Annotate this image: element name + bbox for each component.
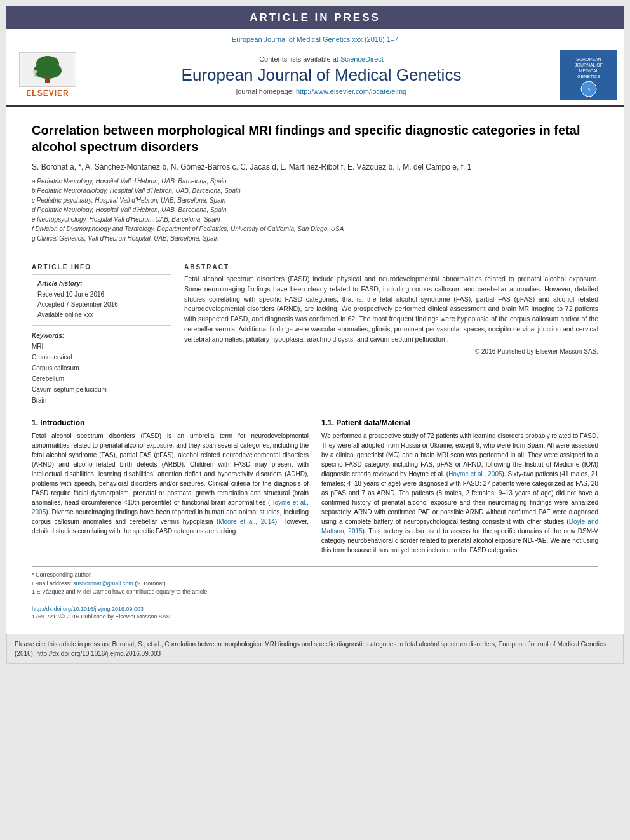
affiliation-6: f Division of Dysmorphology and Teratolo… (32, 224, 598, 234)
article-info-label: ARTICLE INFO (32, 263, 171, 270)
homepage-url[interactable]: http://www.elsevier.com/locate/ejmg (296, 88, 406, 95)
authors-text: S. Boronat a, *, A. Sánchez-Montañez b, … (32, 163, 471, 171)
keyword-4: Cerebellum (32, 373, 171, 384)
authors-line: S. Boronat a, *, A. Sánchez-Montañez b, … (32, 161, 598, 173)
article-history-label: Article history: (37, 280, 166, 287)
patient-data-heading: 1.1. Patient data/Material (321, 418, 598, 427)
email-link[interactable]: susboronat@gmail.com (73, 580, 133, 587)
banner-text: ARTICLE IN PRESS (250, 11, 380, 23)
svg-text:⚕: ⚕ (587, 86, 591, 93)
svg-text:JOURNAL OF: JOURNAL OF (575, 63, 603, 67)
sciencedirect-link[interactable]: ScienceDirect (340, 55, 384, 63)
keyword-5: Cavum septum pellucidum (32, 384, 171, 395)
svg-rect-3 (45, 77, 50, 83)
affiliation-7: g Clinical Genetics, Vall d'Hebron Hospi… (32, 234, 598, 243)
intro-body: Fetal alcohol spectrum disorders (FASD) … (32, 431, 309, 536)
footnote-section: * Corresponding author. E-mail address: … (32, 566, 598, 597)
intro-heading: 1. Introduction (32, 418, 309, 427)
journal-header: European Journal of Medical Genetics xxx… (6, 29, 624, 107)
elsevier-tree-image (19, 52, 76, 87)
svg-text:MEDICAL: MEDICAL (579, 69, 598, 73)
svg-text:GENETICS: GENETICS (577, 74, 600, 79)
article-info-box: Article history: Received 10 June 2016 A… (32, 274, 171, 326)
keyword-1: MRI (32, 341, 171, 352)
contents-available: Contents lists available at ScienceDirec… (83, 55, 560, 63)
svg-point-2 (34, 62, 62, 79)
doi-link[interactable]: http://dx.doi.org/10.1016/j.ejmg.2016.09… (32, 606, 144, 612)
patient-text-3: ). This battery is also used to assess f… (321, 528, 598, 554)
doi-section: http://dx.doi.org/10.1016/j.ejmg.2016.09… (32, 602, 598, 620)
svg-rect-5 (34, 74, 36, 77)
page: ARTICLE IN PRESS European Journal of Med… (6, 6, 624, 664)
article-in-press-banner: ARTICLE IN PRESS (6, 6, 624, 29)
article-info-column: ARTICLE INFO Article history: Received 1… (32, 263, 171, 406)
intro-text-1: Fetal alcohol spectrum disorders (FASD) … (32, 432, 309, 506)
contributor-note: 1 E Vázquez and M del Campo have contrib… (32, 588, 598, 597)
keywords-label: Keywords: (32, 332, 171, 339)
keyword-3: Corpus callosum (32, 363, 171, 373)
journal-ref-line: European Journal of Medical Genetics xxx… (6, 34, 624, 47)
patient-para-1: We performed a prospective study of 72 p… (321, 431, 598, 555)
abstract-label: ABSTRACT (184, 263, 598, 270)
citation-text: Please cite this article in press as: Bo… (15, 641, 606, 657)
accepted-date: Accepted 7 September 2016 (37, 300, 166, 310)
journal-center: Contents lists available at ScienceDirec… (83, 55, 560, 95)
introduction-column: 1. Introduction Fetal alcohol spectrum d… (32, 418, 309, 559)
email-note: E-mail address: susboronat@gmail.com (S.… (32, 580, 598, 589)
journal-title-main: European Journal of Medical Genetics (83, 65, 560, 85)
svg-point-4 (33, 70, 37, 74)
abstract-text: Fetal alcohol spectrum disorders (FASD) … (184, 274, 598, 344)
affiliations: a Pediatric Neurology, Hospital Vall d'H… (32, 177, 598, 243)
body-section: 1. Introduction Fetal alcohol spectrum d… (32, 415, 598, 559)
elsevier-label: ELSEVIER (26, 89, 69, 98)
affiliation-5: e Neuropsychology, Hospital Vall d'Hebro… (32, 215, 598, 224)
patient-data-column: 1.1. Patient data/Material We performed … (321, 418, 598, 559)
copyright-line: © 2016 Published by Elsevier Masson SAS. (184, 348, 598, 355)
main-content: Correlation between morphological MRI fi… (6, 107, 624, 626)
section-divider (32, 250, 598, 250)
paper-title: Correlation between morphological MRI fi… (32, 122, 598, 155)
keyword-6: Brain (32, 395, 171, 406)
intro-ref-2[interactable]: Moore et al., 2014 (218, 518, 275, 525)
affiliation-1: a Pediatric Neurology, Hospital Vall d'H… (32, 177, 598, 186)
affiliation-4: d Pediatric Neurology, Hospital Vall d'H… (32, 205, 598, 215)
journal-title-row: ELSEVIER Contents lists available at Sci… (6, 47, 624, 103)
elsevier-logo: ELSEVIER (13, 52, 83, 98)
affiliation-3: c Pediatric psychiatry, Hospital Vall d'… (32, 196, 598, 205)
keyword-2: Craniocervical (32, 352, 171, 363)
received-date: Received 10 June 2016 (37, 290, 166, 300)
footnote-left: * Corresponding author. E-mail address: … (32, 571, 598, 597)
homepage-line: journal homepage: http://www.elsevier.co… (83, 88, 560, 95)
affiliation-2: b Pediatric Neuroradiology, Hospital Val… (32, 186, 598, 196)
issn-text: 1769-7212/© 2016 Published by Elsevier M… (32, 613, 598, 620)
article-info-abstract-section: ARTICLE INFO Article history: Received 1… (32, 258, 598, 406)
med-genetics-logo: EUROPEAN JOURNAL OF MEDICAL GENETICS ⚕ (560, 50, 617, 100)
corresponding-note: * Corresponding author. (32, 571, 598, 580)
patient-data-body: We performed a prospective study of 72 p… (321, 431, 598, 555)
svg-text:EUROPEAN: EUROPEAN (576, 57, 601, 62)
intro-para-1: Fetal alcohol spectrum disorders (FASD) … (32, 431, 309, 536)
available-online: Available online xxx (37, 310, 166, 320)
patient-ref-1[interactable]: Hoyme et al., 2005 (448, 470, 502, 477)
keywords-section: Keywords: MRI Craniocervical Corpus call… (32, 332, 171, 406)
patient-text-2: ). Sixty-two patients (41 males, 21 fema… (321, 470, 598, 525)
abstract-column: ABSTRACT Fetal alcohol spectrum disorder… (184, 263, 598, 406)
citation-bar: Please cite this article in press as: Bo… (6, 634, 624, 664)
